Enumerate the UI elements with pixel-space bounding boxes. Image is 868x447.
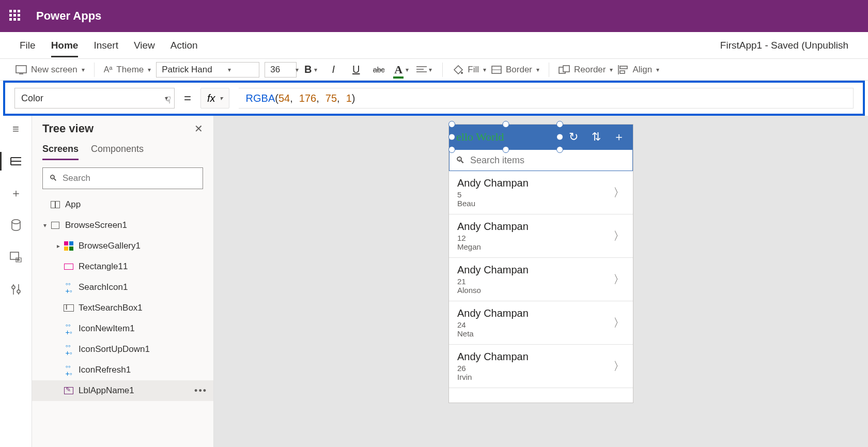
- tree-view-icon[interactable]: [9, 154, 23, 168]
- formula-token-paren: (: [275, 93, 278, 104]
- theme-button[interactable]: Aª Theme ▾: [104, 65, 151, 75]
- bold-button[interactable]: B▾: [302, 62, 319, 78]
- phone-search[interactable]: 🔍︎: [449, 149, 633, 171]
- italic-glyph: I: [332, 64, 335, 75]
- italic-button[interactable]: I: [324, 62, 342, 78]
- list-item-title: Andy Champan: [457, 351, 613, 363]
- fill-button[interactable]: Fill ▾: [452, 65, 486, 75]
- hamburger-icon[interactable]: ≡: [9, 122, 23, 136]
- insert-icon[interactable]: ＋: [9, 186, 23, 201]
- menu-view[interactable]: View: [134, 34, 155, 57]
- menu-bar: File Home Insert View Action FirstApp1 -…: [0, 32, 868, 59]
- resize-handle[interactable]: [503, 121, 509, 128]
- more-icon[interactable]: •••: [194, 386, 207, 396]
- resize-handle[interactable]: [556, 146, 563, 153]
- canvas[interactable]: ello World ↻ ⇅ ＋ 🔍︎ Andy Champan5Beau〉An…: [214, 116, 868, 447]
- data-icon[interactable]: [9, 218, 23, 233]
- align-button[interactable]: Align ▾: [618, 65, 659, 75]
- align-icon: [618, 65, 628, 74]
- tree-node[interactable]: LblAppName1•••: [32, 380, 213, 401]
- advanced-tools-icon[interactable]: [9, 282, 23, 297]
- app-launcher-icon[interactable]: [9, 10, 22, 22]
- list-item[interactable]: Andy Champan21Alonso〉: [449, 258, 633, 301]
- resize-handle[interactable]: [448, 134, 455, 141]
- tab-components[interactable]: Components: [91, 144, 144, 160]
- tree-node[interactable]: ◦◦+◦IconRefresh1: [32, 360, 213, 380]
- resize-handle[interactable]: [448, 121, 455, 128]
- chevron-right-icon[interactable]: 〉: [613, 272, 625, 287]
- svg-rect-0: [16, 66, 26, 73]
- list-item[interactable]: Andy Champan24Neta〉: [449, 301, 633, 345]
- menu-action[interactable]: Action: [171, 34, 198, 57]
- fx-button[interactable]: fx ▾: [200, 88, 229, 109]
- strike-button[interactable]: abc: [370, 62, 388, 78]
- list-item-title: Andy Champan: [457, 177, 613, 189]
- resize-handle[interactable]: [448, 146, 455, 153]
- menu-insert[interactable]: Insert: [94, 34, 118, 57]
- font-size-select[interactable]: 36 ▾: [265, 62, 297, 78]
- formula-token-fn: RGBA: [246, 93, 275, 104]
- formula-bar-highlight: Color ▾ ☟ = fx ▾ RGBA(54, 176, 75, 1): [3, 81, 865, 116]
- font-color-button[interactable]: A▾: [393, 62, 410, 78]
- phone-search-input[interactable]: [470, 155, 626, 166]
- menu-home[interactable]: Home: [51, 34, 79, 57]
- resize-handle[interactable]: [556, 121, 563, 128]
- menu-file[interactable]: File: [20, 34, 36, 57]
- sort-icon[interactable]: ⇅: [590, 130, 603, 144]
- tree-search[interactable]: 🔍︎: [42, 167, 203, 189]
- chevron-down-icon: ▾: [406, 66, 409, 73]
- resize-handle[interactable]: [503, 146, 509, 153]
- media-icon[interactable]: [9, 250, 23, 265]
- tree-node[interactable]: ▸BrowseGallery1: [32, 236, 213, 256]
- svg-point-13: [12, 220, 20, 224]
- tree-node[interactable]: TextSearchBox1: [32, 298, 213, 318]
- add-icon[interactable]: ＋: [612, 129, 626, 145]
- tree-node-label: Rectangle11: [79, 261, 128, 272]
- font-size-value: 36: [270, 65, 280, 75]
- chevron-right-icon[interactable]: 〉: [613, 315, 625, 331]
- reorder-button[interactable]: Reorder ▾: [559, 65, 613, 75]
- chevron-right-icon[interactable]: 〉: [613, 359, 625, 374]
- underline-glyph: U: [352, 64, 360, 75]
- align-label: Align: [632, 65, 652, 75]
- chevron-right-icon[interactable]: 〉: [613, 228, 625, 244]
- app-title: Power Apps: [36, 9, 101, 23]
- selection-box: [452, 125, 560, 149]
- list-item-number: 5: [457, 190, 613, 199]
- chevron-down-icon: ▾: [483, 66, 486, 73]
- tree-node[interactable]: Rectangle11: [32, 256, 213, 277]
- underline-button[interactable]: U: [347, 62, 365, 78]
- tree-node[interactable]: ◦◦+◦IconNewItem1: [32, 318, 213, 339]
- property-select[interactable]: Color ▾ ☟: [14, 88, 175, 109]
- fx-label: fx: [207, 93, 215, 104]
- tab-screens[interactable]: Screens: [42, 144, 79, 160]
- tree-search-input[interactable]: [63, 173, 196, 183]
- expand-toggle[interactable]: ▸: [54, 242, 63, 250]
- refresh-icon[interactable]: ↻: [567, 130, 580, 144]
- svg-point-5: [461, 72, 463, 74]
- tree-node[interactable]: ◦◦+◦SearchIcon1: [32, 277, 213, 298]
- list-item[interactable]: Andy Champan26Irvin〉: [449, 345, 633, 388]
- text-align-button[interactable]: ▾: [415, 62, 433, 78]
- title-bar: Power Apps: [0, 0, 868, 32]
- theme-icon: Aª: [104, 65, 113, 74]
- close-icon[interactable]: ✕: [194, 122, 203, 135]
- tree-node-label: App: [65, 199, 81, 210]
- chevron-right-icon[interactable]: 〉: [613, 185, 625, 201]
- tree-node[interactable]: App: [32, 194, 213, 215]
- chevron-down-icon: ▾: [82, 66, 85, 73]
- formula-input[interactable]: RGBA(54, 176, 75, 1): [239, 88, 854, 109]
- main-area: ≡ ＋ Tree view ✕ Screens Components 🔍︎ Ap…: [0, 116, 868, 447]
- resize-handle[interactable]: [556, 134, 563, 141]
- font-select[interactable]: Patrick Hand ▾: [156, 62, 259, 78]
- tree-node-label: SearchIcon1: [79, 282, 128, 292]
- tree-node[interactable]: ◦◦+◦IconSortUpDown1: [32, 339, 213, 360]
- expand-toggle[interactable]: ▾: [40, 222, 50, 229]
- tree-node[interactable]: ▾BrowseScreen1: [32, 215, 213, 236]
- save-status: FirstApp1 - Saved (Unpublish: [720, 40, 848, 51]
- list-item[interactable]: Andy Champan5Beau〉: [449, 171, 633, 214]
- new-screen-button[interactable]: New screen ▾: [16, 65, 85, 75]
- list-item[interactable]: Andy Champan12Megan〉: [449, 214, 633, 258]
- border-button[interactable]: Border ▾: [491, 65, 539, 75]
- chevron-down-icon: ▾: [429, 66, 432, 73]
